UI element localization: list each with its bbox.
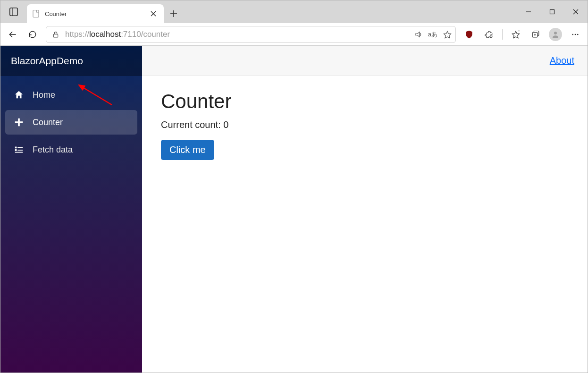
new-tab-button[interactable]: [164, 4, 184, 23]
sidebar-brand[interactable]: BlazorAppDemo: [0, 46, 142, 76]
svg-rect-30: [15, 152, 23, 153]
count-value: 0: [223, 119, 228, 130]
nav-list: Home Counter Fetch data: [0, 76, 142, 169]
page-heading: Counter: [161, 90, 569, 113]
svg-marker-14: [512, 31, 520, 38]
tab-actions-icon: [8, 7, 19, 17]
sidebar: BlazorAppDemo Home Counter: [0, 46, 142, 373]
svg-point-20: [554, 32, 557, 34]
address-bar[interactable]: https://localhost:7110/counter aあ: [46, 26, 456, 43]
close-icon: [573, 9, 579, 15]
star-line-icon: [512, 30, 520, 39]
refresh-icon: [28, 30, 37, 39]
nav-item-counter[interactable]: Counter: [5, 110, 137, 135]
tab-actions-button[interactable]: [0, 0, 27, 23]
url-rest: :7110/counter: [121, 30, 170, 39]
svg-point-22: [575, 34, 576, 35]
nav-item-label: Fetch data: [33, 145, 73, 155]
window-maximize-button[interactable]: [540, 0, 564, 23]
collections-button[interactable]: [526, 25, 545, 44]
plus-icon: [170, 10, 177, 17]
profile-button[interactable]: [546, 25, 565, 44]
svg-rect-28: [17, 147, 23, 148]
list-icon: [13, 144, 25, 156]
star-icon: [443, 30, 452, 39]
browser-tab[interactable]: Counter: [27, 4, 164, 23]
svg-rect-26: [15, 147, 17, 149]
browser-toolbar: https://localhost:7110/counter aあ: [0, 23, 588, 46]
close-icon: [151, 11, 156, 17]
click-me-button[interactable]: Click me: [161, 140, 214, 160]
count-label: Current count:: [161, 119, 223, 130]
extensions-button[interactable]: [479, 25, 498, 44]
home-icon: [13, 89, 25, 101]
svg-rect-8: [550, 10, 554, 14]
main: About Counter Current count: 0 Click me: [142, 46, 588, 373]
more-horizontal-icon: [571, 30, 580, 39]
arrow-left-icon: [8, 30, 17, 39]
about-link[interactable]: About: [550, 55, 574, 66]
collections-icon: [531, 30, 540, 39]
url-host: localhost: [89, 30, 121, 39]
maximize-icon: [549, 9, 555, 15]
tab-close-button[interactable]: [148, 8, 159, 19]
favorite-button[interactable]: [443, 30, 452, 39]
tab-title: Counter: [45, 10, 148, 17]
nav-item-label: Home: [33, 90, 55, 100]
window-close-button[interactable]: [564, 0, 588, 23]
read-aloud-icon: [414, 30, 422, 39]
shield-icon: [464, 30, 474, 39]
svg-point-23: [577, 34, 579, 35]
read-aloud-button[interactable]: [414, 30, 422, 39]
more-button[interactable]: [566, 25, 585, 44]
nav-item-fetch-data[interactable]: Fetch data: [5, 137, 137, 162]
lock-icon: [52, 31, 59, 38]
svg-rect-27: [15, 149, 17, 151]
window-controls: [517, 0, 588, 23]
nav-item-label: Counter: [33, 118, 63, 127]
svg-rect-12: [53, 34, 58, 37]
browser-window: Counter: [0, 0, 588, 373]
tab-favicon-icon: [32, 9, 40, 18]
site-info-button[interactable]: [50, 29, 61, 40]
svg-rect-0: [10, 8, 18, 16]
svg-point-21: [572, 34, 573, 35]
titlebar-spacer: [184, 0, 517, 23]
plus-icon: [13, 116, 25, 128]
translate-button[interactable]: aあ: [428, 30, 437, 39]
svg-rect-29: [17, 150, 23, 151]
page-content: Counter Current count: 0 Click me: [142, 76, 588, 174]
address-bar-actions: aあ: [414, 30, 452, 39]
favorites-button[interactable]: [506, 25, 525, 44]
address-text: https://localhost:7110/counter: [65, 30, 414, 39]
app-topbar: About: [142, 46, 588, 76]
brand-label: BlazorAppDemo: [11, 55, 83, 67]
url-protocol: https://: [65, 30, 89, 39]
person-icon: [551, 30, 560, 39]
nav-item-home[interactable]: Home: [5, 83, 137, 107]
count-line: Current count: 0: [161, 119, 569, 130]
app-viewport: BlazorAppDemo Home Counter: [0, 46, 588, 373]
refresh-button[interactable]: [23, 25, 42, 44]
avatar: [549, 28, 562, 41]
window-minimize-button[interactable]: [517, 0, 540, 23]
toolbar-separator: [502, 29, 503, 40]
titlebar: Counter: [0, 0, 588, 23]
svg-rect-2: [33, 10, 39, 17]
svg-marker-13: [444, 31, 451, 38]
svg-rect-25: [15, 121, 23, 123]
extension-ublock-button[interactable]: [460, 25, 479, 44]
puzzle-icon: [485, 30, 493, 39]
back-button[interactable]: [3, 25, 22, 44]
minimize-icon: [526, 9, 531, 15]
